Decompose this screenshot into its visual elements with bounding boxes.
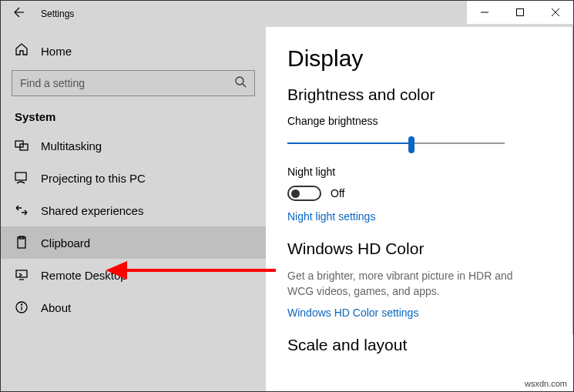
window-controls (467, 1, 573, 24)
search-input[interactable] (20, 77, 234, 89)
sidebar-item-label: Multitasking (41, 139, 102, 152)
home-icon (15, 42, 29, 59)
sidebar-section-head: System (1, 110, 266, 129)
svg-point-15 (21, 304, 22, 305)
svg-rect-11 (16, 270, 27, 277)
sidebar-item-label: Projecting to this PC (41, 172, 146, 185)
section-brightness-color: Brightness and color (287, 85, 552, 104)
window-title: Settings (41, 8, 74, 19)
hd-color-settings-link[interactable]: Windows HD Color settings (287, 307, 552, 319)
sidebar-item-multitasking[interactable]: Multitasking (1, 129, 266, 162)
night-light-state: Off (331, 187, 344, 199)
svg-line-5 (243, 84, 246, 87)
slider-fill (287, 142, 411, 144)
slider-thumb[interactable] (408, 136, 415, 153)
sidebar: Home System Multitasking Projecting to t… (1, 27, 266, 391)
svg-rect-8 (15, 173, 26, 180)
sidebar-item-label: Remote Desktop (41, 269, 127, 282)
sidebar-home-label: Home (41, 45, 72, 58)
section-scale-layout: Scale and layout (287, 336, 552, 354)
multitasking-icon (15, 139, 29, 152)
about-icon (15, 300, 29, 314)
sidebar-item-label: Shared experiences (41, 204, 143, 217)
page-title: Display (287, 45, 552, 72)
night-light-toggle[interactable] (287, 186, 321, 201)
svg-point-4 (236, 77, 243, 85)
sidebar-home[interactable]: Home (1, 36, 266, 70)
close-button[interactable] (538, 1, 573, 24)
sidebar-item-projecting[interactable]: Projecting to this PC (1, 162, 266, 194)
shared-experiences-icon (15, 203, 29, 217)
brightness-label: Change brightness (287, 115, 552, 127)
content-pane: Display Brightness and color Change brig… (266, 27, 573, 391)
projecting-icon (15, 171, 29, 185)
toggle-knob (291, 189, 300, 198)
search-icon (234, 75, 247, 91)
back-button[interactable] (12, 6, 24, 22)
svg-rect-1 (517, 9, 524, 16)
minimize-button[interactable] (467, 1, 502, 24)
sidebar-item-remote-desktop[interactable]: Remote Desktop (1, 259, 266, 291)
clipboard-icon (15, 236, 29, 250)
section-hd-color: Windows HD Color (287, 240, 552, 258)
night-light-settings-link[interactable]: Night light settings (287, 210, 552, 223)
hd-color-description: Get a brighter, more vibrant picture in … (287, 269, 534, 299)
brightness-slider[interactable] (287, 135, 505, 153)
night-light-label: Night light (287, 166, 552, 178)
sidebar-item-clipboard[interactable]: Clipboard (1, 226, 266, 259)
search-box[interactable] (12, 70, 255, 96)
sidebar-item-about[interactable]: About (1, 291, 266, 323)
sidebar-item-label: About (41, 301, 71, 314)
sidebar-item-shared-experiences[interactable]: Shared experiences (1, 194, 266, 226)
sidebar-item-label: Clipboard (41, 236, 90, 250)
maximize-button[interactable] (502, 1, 538, 24)
watermark: wsxdn.com (525, 379, 567, 388)
remote-desktop-icon (15, 268, 29, 282)
